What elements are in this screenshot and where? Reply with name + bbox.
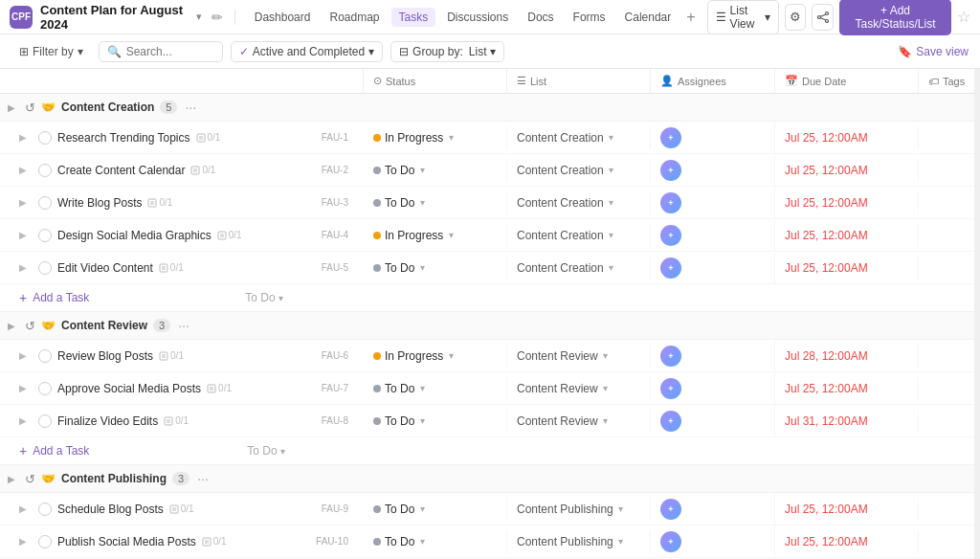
task-checkbox[interactable] [38,535,52,548]
task-name[interactable]: Research Trending Topics [57,131,190,145]
status-badge[interactable]: To Do ▾ [373,382,425,395]
filter-by-button[interactable]: ⊞ Filter by ▾ [11,41,91,62]
row-expand-icon[interactable]: ▶ [19,132,33,143]
assignee-avatar[interactable]: + [660,499,681,520]
task-status-cell[interactable]: To Do ▾ [364,191,507,214]
assignee-avatar[interactable]: + [660,160,681,181]
task-name[interactable]: Edit Video Content [57,261,153,275]
assignee-avatar[interactable]: + [660,411,681,432]
task-due-cell[interactable]: Jul 28, 12:00AM [775,345,919,368]
due-date[interactable]: Jul 31, 12:00AM [785,414,868,428]
add-task-status[interactable]: To Do ▾ [247,444,284,458]
settings-icon-button[interactable]: ⚙ [785,4,806,31]
task-list-cell[interactable]: Content Creation ▾ [507,159,651,182]
task-list-cell[interactable]: Content Creation ▾ [507,257,651,280]
list-link[interactable]: Content Creation ▾ [517,196,613,210]
task-due-cell[interactable]: Jul 25, 12:00AM [775,126,919,149]
task-status-cell[interactable]: To Do ▾ [364,530,507,553]
status-badge[interactable]: To Do ▾ [373,503,425,516]
task-status-cell[interactable]: To Do ▾ [364,498,507,521]
due-date[interactable]: Jul 25, 12:00AM [785,261,868,275]
list-link[interactable]: Content Creation ▾ [517,131,613,145]
section-more-icon[interactable]: ··· [178,318,189,333]
active-completed-button[interactable]: ✓ Active and Completed ▾ [231,41,383,62]
task-list-cell[interactable]: Content Publishing ▾ [507,498,651,521]
section-toggle[interactable]: ▶ [8,102,19,113]
task-name[interactable]: Review Blog Posts [57,349,153,363]
subtask-count[interactable]: 0/1 [190,165,215,175]
task-due-cell[interactable]: Jul 25, 12:00AM [775,224,919,247]
nav-forms[interactable]: Forms [566,8,613,27]
task-status-cell[interactable]: In Progress ▾ [364,345,507,368]
due-date[interactable]: Jul 28, 12:00AM [785,349,868,363]
section-more-icon[interactable]: ··· [197,471,209,486]
row-expand-icon[interactable]: ▶ [19,262,33,273]
task-tags-cell[interactable] [919,504,974,514]
task-assignee-cell[interactable]: + [651,123,775,153]
due-date[interactable]: Jul 25, 12:00AM [785,503,868,516]
task-assignee-cell[interactable]: + [651,220,775,251]
subtask-count[interactable]: 0/1 [196,132,221,143]
task-list-cell[interactable]: Content Creation ▾ [507,191,651,214]
nav-calendar[interactable]: Calendar [617,8,679,27]
status-badge[interactable]: To Do ▾ [373,414,425,428]
task-name[interactable]: Schedule Blog Posts [57,503,164,516]
nav-discussions[interactable]: Discussions [439,8,516,27]
section-toggle[interactable]: ▶ [8,474,19,484]
due-date[interactable]: Jul 25, 12:00AM [785,382,868,395]
status-badge[interactable]: To Do ▾ [373,196,425,210]
subtask-count[interactable]: 0/1 [207,383,232,393]
due-date[interactable]: Jul 25, 12:00AM [785,229,868,242]
save-view-button[interactable]: 🔖 Save view [898,45,969,58]
task-due-cell[interactable]: Jul 31, 12:00AM [775,410,919,433]
list-link[interactable]: Content Creation ▾ [517,261,613,275]
task-status-cell[interactable]: To Do ▾ [364,257,507,280]
task-checkbox[interactable] [38,196,52,210]
scroll-track[interactable] [974,69,980,559]
due-date[interactable]: Jul 25, 12:00AM [785,196,868,210]
task-checkbox[interactable] [38,349,52,363]
subtask-count[interactable]: 0/1 [169,503,194,514]
task-due-cell[interactable]: Jul 25, 12:00AM [775,159,919,182]
task-assignee-cell[interactable]: + [651,494,775,525]
task-list-cell[interactable]: Content Review ▾ [507,377,651,400]
task-name[interactable]: Design Social Media Graphics [57,229,212,242]
task-assignee-cell[interactable]: + [651,188,775,218]
status-badge[interactable]: In Progress ▾ [373,131,454,145]
task-due-cell[interactable]: Jul 25, 12:00AM [775,191,919,214]
assignee-avatar[interactable]: + [660,378,681,399]
search-box[interactable]: 🔍 [99,41,223,62]
task-assignee-cell[interactable]: + [651,406,775,436]
task-tags-cell[interactable] [919,416,974,426]
subtask-count[interactable]: 0/1 [164,415,189,426]
row-expand-icon[interactable]: ▶ [19,165,33,175]
assignee-avatar[interactable]: + [660,531,681,552]
group-by-button[interactable]: ⊟ Group by: List ▾ [390,41,504,62]
task-list-cell[interactable]: Content Creation ▾ [507,126,651,149]
section-header-content-review[interactable]: ▶ ↺ 🤝 Content Review 3 ··· [0,312,974,340]
section-header-content-publishing[interactable]: ▶ ↺ 🤝 Content Publishing 3 ··· [0,465,974,493]
section-more-icon[interactable]: ··· [185,100,196,115]
nav-roadmap[interactable]: Roadmap [322,8,387,27]
add-task-label[interactable]: Add a Task [33,291,89,304]
task-assignee-cell[interactable]: + [651,341,775,371]
task-checkbox[interactable] [38,164,52,177]
add-task-label[interactable]: Add a Task [33,444,89,458]
favorite-star-icon[interactable]: ☆ [957,8,970,26]
status-badge[interactable]: To Do ▾ [373,164,425,177]
list-link[interactable]: Content Review ▾ [517,414,608,428]
task-list-cell[interactable]: Content Review ▾ [507,410,651,433]
subtask-count[interactable]: 0/1 [159,262,184,273]
list-link[interactable]: Content Review ▾ [517,349,608,363]
list-link[interactable]: Content Creation ▾ [517,164,613,177]
list-view-button[interactable]: ☰ List View ▾ [707,0,779,34]
task-list-cell[interactable]: Content Publishing ▾ [507,530,651,553]
task-due-cell[interactable]: Jul 25, 12:00AM [775,530,919,553]
task-status-cell[interactable]: To Do ▾ [364,159,507,182]
task-list-cell[interactable]: Content Review ▾ [507,345,651,368]
nav-add-icon[interactable]: + [682,9,699,26]
title-dropdown-icon[interactable]: ▾ [196,11,202,23]
list-link[interactable]: Content Publishing ▾ [517,503,623,516]
row-expand-icon[interactable]: ▶ [19,503,33,514]
task-checkbox[interactable] [38,503,52,516]
